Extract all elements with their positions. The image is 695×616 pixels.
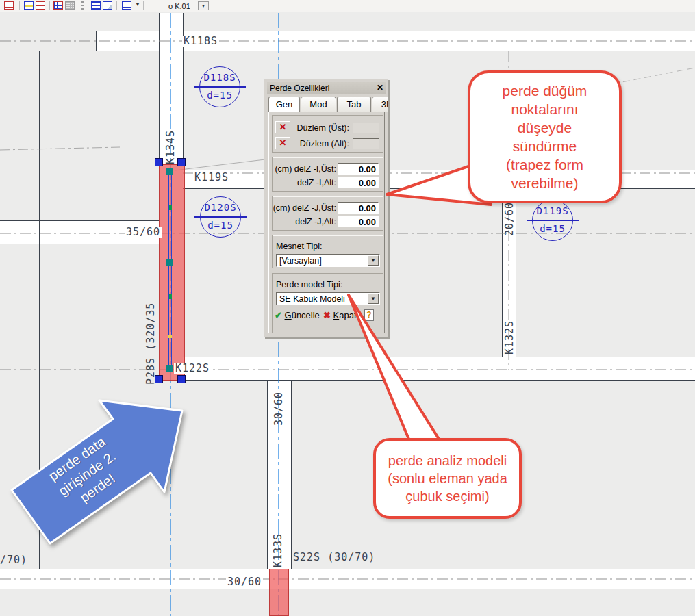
node-handle[interactable] (166, 168, 173, 175)
wall-model-type-dropdown[interactable]: SE Kabuk Modeli ▼ (276, 292, 380, 305)
wall-node-tick (168, 335, 172, 338)
slab-bubble-D118S[interactable]: D118S d=15 (199, 66, 240, 107)
tab-mod[interactable]: Mod (301, 97, 336, 112)
node-handle[interactable] (166, 259, 173, 266)
slab-bubble-D119S[interactable]: D119S d=15 (532, 200, 573, 241)
wall-node-tick (169, 294, 172, 299)
support-type-label: Mesnet Tipi: (276, 242, 322, 251)
plane-top-label: Düzlem (Üst): (293, 123, 349, 133)
beam-label: K118S (182, 36, 219, 47)
beam-dim-label: 35/60 (125, 227, 162, 238)
beam-label-clipped: /70) (0, 554, 27, 565)
beam-label-rotated: K132S (504, 315, 515, 355)
check-icon: ✔ (275, 310, 282, 320)
beam-label: K119S (193, 172, 230, 183)
delz-i-top-field[interactable]: 0.00 (338, 163, 379, 175)
slab-name: D119S (533, 205, 572, 216)
dialog-title: Perde Özellikleri (270, 84, 329, 93)
wall-model-type-label: Perde model Tipi: (276, 280, 342, 290)
slab-thickness: d=15 (201, 220, 240, 231)
callout-trapez-note: perde düğüm noktalarını düşeyde sündürme… (468, 70, 622, 203)
slab-thickness: d=15 (533, 223, 572, 234)
tab-gen[interactable]: Gen (268, 97, 300, 112)
callout-analysis-note: perde analiz modeli (sonlu eleman yada ç… (373, 438, 522, 519)
wall-centerline (171, 172, 172, 370)
selection-handle[interactable] (155, 158, 163, 166)
delz-j-top-label: (cm) delZ -J,Üst: (271, 203, 336, 213)
wall-centerline (168, 172, 169, 370)
delz-j-bottom-label: delZ -J,Alt: (271, 217, 336, 227)
support-type-dropdown[interactable]: [Varsaylan] ▼ (276, 254, 380, 267)
close-icon[interactable]: ✕ (377, 83, 383, 92)
wall-bottom[interactable] (269, 569, 289, 616)
plane-bottom-field[interactable] (353, 138, 379, 149)
cad-application: ▼ o K.01 ▼ K118S K119S K12 (0, 0, 695, 616)
beam-dim-label-rotated: 30/60 (273, 389, 284, 426)
close-button[interactable]: ✖ Kapat (323, 310, 357, 320)
beam-dim-label-rotated: 20/60 (504, 201, 515, 236)
beam-label-rotated: K134S (165, 123, 176, 164)
help-icon[interactable]: ? (364, 309, 374, 321)
chevron-down-icon[interactable]: ▼ (368, 255, 379, 266)
update-button[interactable]: ✔ Güncelle (275, 310, 320, 320)
clear-plane-bottom-button[interactable]: ✕ (275, 137, 290, 149)
beam-label: S22S (30/70) (293, 552, 375, 563)
update-button-label: Güncelle (285, 310, 320, 320)
beam-label: K122S (174, 363, 211, 374)
node-handle[interactable] (166, 365, 173, 372)
delz-i-top-label: (cm) delZ -I,Üst: (271, 164, 336, 174)
support-type-value: [Varsaylan] (279, 256, 322, 266)
delz-j-bottom-field[interactable]: 0.00 (338, 216, 379, 227)
delz-i-bottom-label: delZ -I,Alt: (271, 178, 336, 188)
tab-tab[interactable]: Tab (337, 97, 371, 112)
tab-3d[interactable]: 3D (372, 97, 388, 112)
delz-i-bottom-field[interactable]: 0.00 (338, 177, 379, 188)
plane-top-field[interactable] (353, 123, 379, 133)
slab-bubble-D120S[interactable]: D120S d=15 (200, 196, 241, 238)
slab-name: D120S (201, 202, 240, 213)
beam-dim-label: 30/60 (226, 576, 263, 587)
chevron-down-icon[interactable]: ▼ (368, 294, 379, 304)
wall-P28S[interactable] (159, 164, 185, 381)
selection-handle[interactable] (177, 158, 186, 166)
wall-model-type-value: SE Kabuk Modeli (279, 294, 345, 304)
close-button-label: Kapat (333, 310, 357, 320)
wall-node-tick (169, 205, 172, 210)
selection-handle[interactable] (177, 375, 186, 383)
clear-plane-top-button[interactable]: ✕ (275, 121, 290, 133)
plane-bottom-label: Düzlem (Alt): (293, 139, 349, 149)
delz-j-top-field[interactable]: 0.00 (338, 202, 379, 214)
wall-label: P28S (320/35 (145, 201, 156, 385)
dialog-titlebar[interactable]: Perde Özellikleri ✕ (267, 82, 386, 94)
beam-label-rotated: K133S (273, 526, 283, 567)
wall-properties-dialog: Perde Özellikleri ✕ Gen Mod Tab 3D ✕ Düz… (264, 79, 388, 337)
slab-thickness: d=15 (200, 90, 240, 101)
x-icon: ✖ (323, 310, 331, 320)
slab-name: D118S (200, 72, 240, 83)
